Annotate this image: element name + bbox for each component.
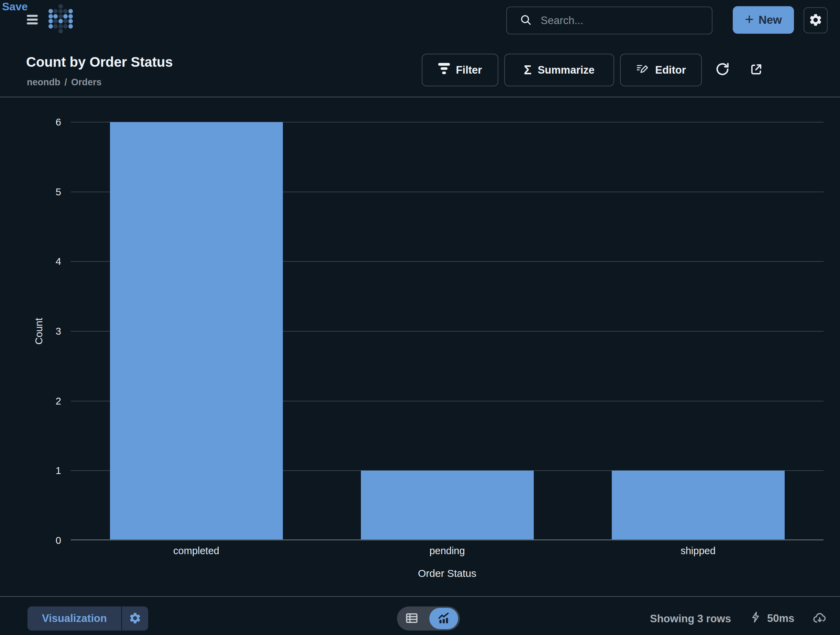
- lightning-icon: [750, 610, 762, 627]
- cloud-download-icon: [812, 611, 827, 627]
- header-divider: [0, 97, 840, 97]
- metabase-logo[interactable]: [49, 4, 74, 35]
- y-axis-ticks: 0123456: [0, 122, 61, 540]
- logo-dot: [53, 24, 58, 29]
- plus-icon: +: [745, 12, 754, 27]
- editor-icon: [636, 62, 649, 78]
- search-input[interactable]: [540, 14, 712, 27]
- logo-dot: [68, 14, 73, 19]
- logo-dot: [58, 9, 63, 13]
- download-button[interactable]: [811, 611, 828, 627]
- breadcrumb-table[interactable]: Orders: [71, 77, 102, 88]
- bar-shipped[interactable]: [612, 470, 785, 540]
- plot-area: [71, 122, 824, 540]
- viz-gear-icon: [128, 611, 142, 626]
- refresh-icon: [715, 61, 730, 78]
- chart-view-icon: [437, 611, 451, 626]
- logo-dot: [68, 24, 73, 29]
- summarize-icon: Σ: [524, 63, 531, 76]
- filter-icon: [438, 63, 450, 77]
- editor-button[interactable]: Editor: [620, 54, 702, 86]
- view-toggle: [397, 606, 460, 630]
- page-title: Count by Order Status: [26, 54, 173, 70]
- settings-gear-button[interactable]: [804, 7, 827, 33]
- editor-button-label: Editor: [655, 64, 686, 76]
- logo-dot: [58, 4, 63, 9]
- logo-dot: [68, 19, 73, 24]
- y-tick-label: 5: [0, 186, 61, 198]
- logo-dot: [63, 9, 68, 13]
- new-button[interactable]: + New: [733, 6, 794, 34]
- x-tick-label: shipped: [681, 545, 715, 557]
- logo-dot: [58, 29, 63, 33]
- x-tick-label: completed: [173, 545, 219, 557]
- logo-dot: [49, 24, 53, 29]
- y-tick-label: 6: [0, 116, 61, 128]
- y-tick-label: 3: [0, 325, 61, 337]
- logo-dot: [58, 14, 63, 19]
- table-view-icon: [404, 611, 419, 626]
- x-tick-label: pending: [429, 545, 465, 557]
- hamburger-menu-button[interactable]: [27, 14, 38, 25]
- y-tick-label: 2: [0, 395, 61, 407]
- footer-divider: [0, 596, 840, 597]
- x-axis-label: Order Status: [418, 568, 476, 579]
- breadcrumb-separator: /: [64, 77, 67, 88]
- logo-dot: [49, 14, 53, 19]
- settings-gear-icon: [808, 13, 823, 28]
- hamburger-menu-icon: [27, 21, 38, 26]
- save-button[interactable]: Save: [0, 0, 30, 13]
- row-count: Showing 3 rows: [650, 613, 731, 625]
- search-icon: [519, 13, 532, 28]
- gridline-y0: [71, 539, 824, 540]
- logo-dot: [68, 9, 73, 13]
- bar-pending[interactable]: [361, 470, 534, 540]
- filter-button-label: Filter: [456, 64, 482, 76]
- visualization-split-button: Visualization: [27, 606, 148, 630]
- logo-dot: [58, 24, 63, 29]
- metabase-app: + New Count by Order Status neondb / Ord…: [0, 0, 840, 635]
- search-bar[interactable]: [506, 6, 712, 35]
- logo-dot: [63, 24, 68, 29]
- logo-dot: [53, 14, 58, 19]
- logo-dot: [53, 19, 58, 24]
- summarize-button-label: Summarize: [538, 64, 594, 76]
- logo-dot: [49, 19, 53, 24]
- share-icon: [749, 62, 763, 78]
- share-button[interactable]: [748, 62, 764, 78]
- logo-dot: [63, 19, 68, 24]
- viz-settings-button[interactable]: [122, 606, 148, 630]
- filter-button[interactable]: Filter: [422, 54, 498, 86]
- refresh-button[interactable]: [714, 61, 731, 78]
- y-tick-label: 4: [0, 256, 61, 267]
- visualization-button[interactable]: Visualization: [27, 606, 121, 630]
- logo-dot: [63, 14, 68, 19]
- query-performance: 50ms: [750, 610, 794, 627]
- logo-dot: [53, 9, 58, 13]
- new-button-label: New: [758, 13, 782, 27]
- query-time: 50ms: [767, 612, 794, 625]
- logo-dot: [49, 9, 53, 13]
- chart-view-button[interactable]: [429, 608, 458, 629]
- breadcrumb: neondb / Orders: [27, 77, 102, 88]
- table-view-button[interactable]: [397, 611, 426, 627]
- y-tick-label: 0: [0, 535, 61, 546]
- y-tick-label: 1: [0, 465, 61, 477]
- x-axis-ticks: completedpendingshipped: [71, 545, 824, 559]
- breadcrumb-database[interactable]: neondb: [27, 77, 60, 88]
- summarize-button[interactable]: Σ Summarize: [504, 54, 614, 86]
- logo-dot: [58, 19, 63, 24]
- bar-completed[interactable]: [110, 122, 283, 540]
